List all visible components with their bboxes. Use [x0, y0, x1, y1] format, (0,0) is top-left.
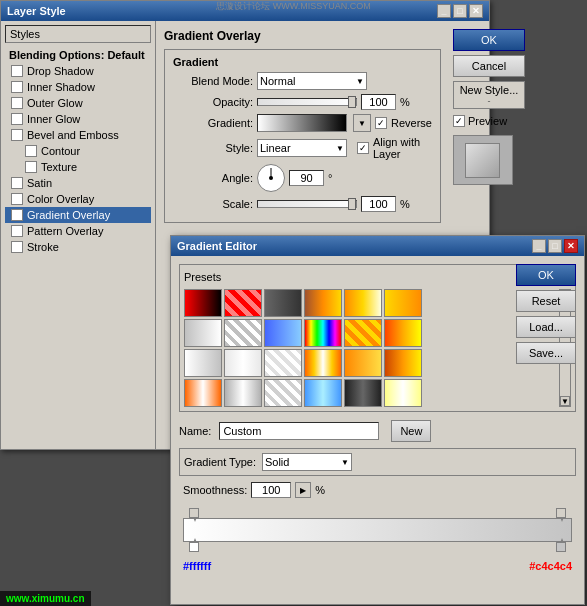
scale-slider[interactable] — [257, 200, 357, 208]
bevel-emboss-checkbox[interactable] — [11, 129, 23, 141]
ge-maximize-btn[interactable]: □ — [548, 239, 562, 253]
ge-bottom-labels: #ffffff #c4c4c4 — [179, 560, 576, 572]
preset-14[interactable] — [224, 349, 262, 377]
sidebar-title: Styles — [5, 25, 151, 43]
stroke-checkbox[interactable] — [11, 241, 23, 253]
gradient-editor-window: Gradient Editor _ □ ✕ Presets ▶ — [170, 235, 585, 605]
ge-ok-button[interactable]: OK — [516, 264, 576, 286]
sidebar-item-gradient-overlay[interactable]: Gradient Overlay — [5, 207, 151, 223]
opacity-stop-right[interactable] — [556, 508, 566, 518]
preset-10[interactable] — [304, 319, 342, 347]
preset-18[interactable] — [384, 349, 422, 377]
preset-16[interactable] — [304, 349, 342, 377]
sidebar-item-blending[interactable]: Blending Options: Default — [5, 47, 151, 63]
sidebar-item-texture[interactable]: Texture — [5, 159, 151, 175]
scrollbar-down[interactable]: ▼ — [560, 396, 570, 406]
preset-21[interactable] — [264, 379, 302, 407]
preset-13[interactable] — [184, 349, 222, 377]
ge-save-button[interactable]: Save... — [516, 342, 576, 364]
inner-glow-checkbox[interactable] — [11, 113, 23, 125]
preview-checkbox[interactable] — [453, 115, 465, 127]
preset-8[interactable] — [224, 319, 262, 347]
opacity-input[interactable] — [361, 94, 396, 110]
preset-22[interactable] — [304, 379, 342, 407]
angle-dial[interactable] — [257, 164, 285, 192]
ge-new-button[interactable]: New — [391, 420, 431, 442]
preset-24[interactable] — [384, 379, 422, 407]
preset-3[interactable] — [264, 289, 302, 317]
preset-12[interactable] — [384, 319, 422, 347]
preset-4[interactable] — [304, 289, 342, 317]
preset-1[interactable] — [184, 289, 222, 317]
texture-checkbox[interactable] — [25, 161, 37, 173]
contour-checkbox[interactable] — [25, 145, 37, 157]
style-arrow: ▼ — [336, 144, 344, 153]
sidebar-item-stroke[interactable]: Stroke — [5, 239, 151, 255]
preset-2[interactable] — [224, 289, 262, 317]
minimize-btn[interactable]: _ — [437, 4, 451, 18]
gradient-overlay-checkbox[interactable] — [11, 209, 23, 221]
opacity-slider[interactable] — [257, 98, 357, 106]
sidebar-item-contour[interactable]: Contour — [5, 143, 151, 159]
ge-smooth-stepper[interactable]: ▶ — [295, 482, 311, 498]
sidebar-item-drop-shadow[interactable]: Drop Shadow — [5, 63, 151, 79]
sidebar-item-color-overlay[interactable]: Color Overlay — [5, 191, 151, 207]
gradient-preview[interactable] — [257, 114, 347, 132]
sidebar-item-bevel-emboss[interactable]: Bevel and Emboss — [5, 127, 151, 143]
preset-11[interactable] — [344, 319, 382, 347]
opacity-thumb[interactable] — [348, 96, 356, 108]
sidebar-item-outer-glow[interactable]: Outer Glow — [5, 95, 151, 111]
preset-5[interactable] — [344, 289, 382, 317]
style-label: Style: — [173, 142, 253, 154]
ge-close-btn[interactable]: ✕ — [564, 239, 578, 253]
sidebar-item-pattern-overlay[interactable]: Pattern Overlay — [5, 223, 151, 239]
color-stop-left[interactable] — [189, 542, 199, 552]
preset-7[interactable] — [184, 319, 222, 347]
gradient-bar[interactable] — [183, 518, 572, 542]
ok-button[interactable]: OK — [453, 29, 525, 51]
blend-mode-row: Blend Mode: Normal ▼ — [173, 72, 432, 90]
preset-19[interactable] — [184, 379, 222, 407]
gradient-arrow[interactable]: ▼ — [353, 114, 371, 132]
outer-glow-checkbox[interactable] — [11, 97, 23, 109]
scale-input[interactable] — [361, 196, 396, 212]
color-overlay-checkbox[interactable] — [11, 193, 23, 205]
preset-9[interactable] — [264, 319, 302, 347]
ge-smooth-row: Smoothness: ▶ % — [179, 480, 576, 500]
ge-type-select[interactable]: Solid ▼ — [262, 453, 352, 471]
color-stop-right[interactable] — [556, 542, 566, 552]
top-watermark: 思漩设计论坛 WWW.MISSYUAN.COM — [216, 0, 371, 13]
new-style-button[interactable]: New Style... - — [453, 81, 525, 109]
preset-17[interactable] — [344, 349, 382, 377]
angle-unit: ° — [328, 172, 332, 184]
sidebar-item-inner-glow[interactable]: Inner Glow — [5, 111, 151, 127]
ge-smooth-input[interactable] — [251, 482, 291, 498]
blend-mode-select[interactable]: Normal ▼ — [257, 72, 367, 90]
ge-reset-button[interactable]: Reset — [516, 290, 576, 312]
align-layer-checkbox[interactable] — [357, 142, 369, 154]
cancel-button[interactable]: Cancel — [453, 55, 525, 77]
maximize-btn[interactable]: □ — [453, 4, 467, 18]
reverse-checkbox[interactable] — [375, 117, 387, 129]
preset-23[interactable] — [344, 379, 382, 407]
scale-thumb[interactable] — [348, 198, 356, 210]
ge-minimize-btn[interactable]: _ — [532, 239, 546, 253]
gradient-subsection: Gradient Blend Mode: Normal ▼ Opacity: — [164, 49, 441, 223]
preset-6[interactable] — [384, 289, 422, 317]
ge-name-input[interactable] — [219, 422, 379, 440]
sidebar-item-inner-shadow[interactable]: Inner Shadow — [5, 79, 151, 95]
preset-20[interactable] — [224, 379, 262, 407]
close-btn[interactable]: ✕ — [469, 4, 483, 18]
satin-checkbox[interactable] — [11, 177, 23, 189]
pattern-overlay-checkbox[interactable] — [11, 225, 23, 237]
angle-input[interactable] — [289, 170, 324, 186]
drop-shadow-checkbox[interactable] — [11, 65, 23, 77]
style-select[interactable]: Linear ▼ — [257, 139, 347, 157]
ge-name-label: Name: — [179, 425, 211, 437]
preset-15[interactable] — [264, 349, 302, 377]
inner-shadow-checkbox[interactable] — [11, 81, 23, 93]
opacity-stops — [183, 504, 572, 518]
opacity-stop-left[interactable] — [189, 508, 199, 518]
sidebar-item-satin[interactable]: Satin — [5, 175, 151, 191]
ge-load-button[interactable]: Load... — [516, 316, 576, 338]
